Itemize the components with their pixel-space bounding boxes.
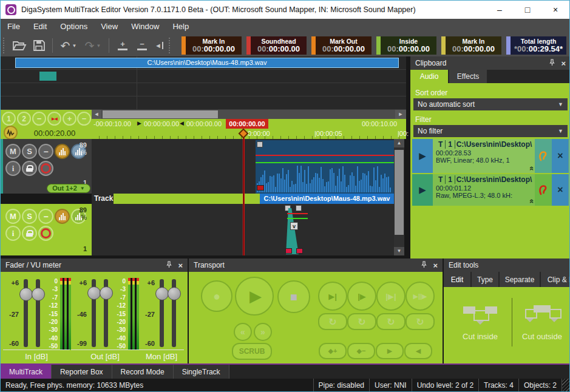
zoom-preset-1-button[interactable]: 1 xyxy=(2,112,16,126)
play-from-start-button[interactable]: |▶ xyxy=(347,282,376,311)
out-fader-left[interactable] xyxy=(92,279,96,347)
open-file-button[interactable] xyxy=(10,37,29,54)
save-button[interactable] xyxy=(29,37,49,54)
fader-knob[interactable] xyxy=(87,286,101,300)
entry1-body[interactable]: T1C:\Users\nin\Desktop\ 00:00:28.53 BWF,… xyxy=(433,139,535,173)
mon-fader-left[interactable] xyxy=(160,279,164,347)
entry1-play-button[interactable]: ▶ xyxy=(412,139,433,173)
menu-view[interactable]: View xyxy=(94,19,124,35)
menu-window[interactable]: Window xyxy=(124,19,166,35)
tab-type[interactable]: Type xyxy=(472,272,498,287)
tab-separate[interactable]: Separate xyxy=(500,272,540,287)
object-fade-handle[interactable] xyxy=(257,141,263,147)
loop-2-button[interactable]: ↻ xyxy=(347,313,376,330)
play-button[interactable]: ▶ xyxy=(235,277,274,316)
resize-grip[interactable] xyxy=(562,379,569,391)
zoom-in-circle-button[interactable]: + xyxy=(63,112,76,126)
fader-knob[interactable] xyxy=(19,288,33,301)
maximize-button[interactable]: □ xyxy=(514,1,541,19)
track1-audio-object[interactable] xyxy=(256,140,394,194)
soundhead-position-box[interactable]: 00:00:00.00 xyxy=(226,119,268,129)
entry2-delete-button[interactable]: × xyxy=(552,174,569,206)
pin-icon[interactable] xyxy=(166,261,172,270)
in-fader-right[interactable] xyxy=(36,279,40,347)
clipboard-entry-2[interactable]: ▶ T1C:\Users\nin\Desktop\ 00:00:01.12 Ra… xyxy=(412,174,569,206)
pin-icon[interactable] xyxy=(421,261,427,270)
track1-mute-button[interactable]: M xyxy=(5,144,21,159)
zoom-out-circle-button[interactable]: − xyxy=(77,112,91,126)
overview-clip-bar[interactable]: C:\Users\nin\Desktop\Maus-48.mp3.wav xyxy=(15,58,399,68)
remove-marker-button[interactable]: ◆− xyxy=(347,343,375,359)
menu-options[interactable]: Options xyxy=(53,19,94,35)
tab-clip-insert[interactable]: Clip & I xyxy=(541,272,570,287)
undo-button[interactable]: ↶▼ xyxy=(56,37,81,54)
tab-effects[interactable]: Effects xyxy=(449,70,487,83)
zoom-out-button[interactable]: − xyxy=(132,37,152,54)
time-display-mark-in-2[interactable]: Mark In00:00:00.00 xyxy=(441,36,501,55)
toolbar-grip2[interactable] xyxy=(169,38,173,53)
add-marker-button[interactable]: ◆+ xyxy=(319,343,347,359)
vscroll-up-arrow[interactable]: ▲ xyxy=(394,139,404,147)
play-selection-button[interactable]: |▶| xyxy=(376,282,405,311)
track2-info-button[interactable]: i xyxy=(5,226,21,241)
hscroll-left-arrow[interactable]: ◄ xyxy=(92,110,101,119)
in-fader-left[interactable] xyxy=(24,279,28,347)
overview-clip-2[interactable] xyxy=(39,72,56,81)
time-display-mark-out[interactable]: Mark Out00:00:00.00 xyxy=(311,36,372,55)
out-fader-right[interactable] xyxy=(104,279,108,347)
mon-fader-right[interactable] xyxy=(172,279,176,347)
object-bottom-handle[interactable] xyxy=(257,185,264,191)
tab-multitrack[interactable]: MultiTrack xyxy=(1,365,52,379)
tab-record-mode[interactable]: Record Mode xyxy=(112,365,174,379)
object-green-line[interactable] xyxy=(287,218,308,219)
filter-select[interactable]: No filter▼ xyxy=(413,125,568,137)
time-display-inside[interactable]: Inside00:00:00.00 xyxy=(376,36,436,55)
entry1-delete-button[interactable]: × xyxy=(552,139,569,173)
collapse-chevrons-icon[interactable]: « xyxy=(528,166,535,171)
zoom-to-selection-button[interactable]: ▶◀ xyxy=(47,112,61,126)
tab-audio[interactable]: Audio xyxy=(410,70,448,83)
object-green-line[interactable] xyxy=(256,162,394,163)
playhead-line[interactable] xyxy=(243,137,245,255)
forward-button[interactable]: » xyxy=(254,323,272,341)
track1-solo-button[interactable]: S xyxy=(22,144,37,159)
record-button[interactable]: ● xyxy=(201,280,232,312)
hscroll-right-arrow[interactable]: ► xyxy=(395,110,406,119)
track1-collapse-button[interactable]: − xyxy=(38,144,53,159)
zoom-preset-2-button[interactable]: 2 xyxy=(17,112,31,126)
vscroll-thumb[interactable] xyxy=(395,150,404,235)
track2-lock-button[interactable] xyxy=(22,226,37,241)
mark-in-flag-icon[interactable]: ▶ xyxy=(137,120,141,126)
close-button[interactable]: × xyxy=(541,1,569,19)
track1-clip-label[interactable]: C:\Users\nin\Desktop\Maus-48.mp3.wav xyxy=(260,194,394,204)
track2-solo-button[interactable]: S xyxy=(22,209,37,224)
track1-output-select[interactable]: Out 1+2▼ xyxy=(47,184,90,193)
play-around-button[interactable]: ▶||▶ xyxy=(405,282,435,311)
toolbar-grip[interactable] xyxy=(3,38,7,53)
fader-knob[interactable] xyxy=(168,287,181,300)
mark-out-flag-icon[interactable]: ◀ xyxy=(180,120,184,126)
timeline-ruler[interactable]: 0:00:00 |00:00:05 |00: xyxy=(92,129,406,139)
track1-lock-button[interactable] xyxy=(22,161,37,176)
vscroll-down-arrow[interactable]: ▼ xyxy=(394,247,404,255)
entry2-play-button[interactable]: ▶ xyxy=(412,174,433,206)
object-red-line[interactable] xyxy=(256,155,394,156)
prev-marker-button[interactable]: ◀ xyxy=(404,343,432,359)
play-to-end-button[interactable]: ▶| xyxy=(318,282,347,311)
minimize-button[interactable]: – xyxy=(486,1,514,19)
entry2-prelisten-button[interactable] xyxy=(535,174,552,206)
rewind-button[interactable]: « xyxy=(234,323,252,341)
track1-meter-pre-button[interactable] xyxy=(55,144,70,159)
clipboard-close-icon[interactable]: × xyxy=(561,59,566,68)
loop-3-button[interactable]: ↻ xyxy=(376,313,405,330)
collapse-chevrons-icon[interactable]: « xyxy=(528,199,535,203)
object-handle[interactable] xyxy=(296,205,302,211)
track2-mute-button[interactable]: M xyxy=(5,209,21,224)
scrub-button[interactable]: SCRUB xyxy=(232,343,272,360)
object-red-line[interactable] xyxy=(287,213,308,214)
next-marker-button[interactable]: ▶ xyxy=(376,343,404,359)
cut-inside-button[interactable]: Cut inside xyxy=(452,300,508,351)
fader-close-icon[interactable]: × xyxy=(178,261,183,270)
object-v-handle[interactable]: v xyxy=(290,222,298,230)
transport-close-icon[interactable]: × xyxy=(433,261,438,270)
